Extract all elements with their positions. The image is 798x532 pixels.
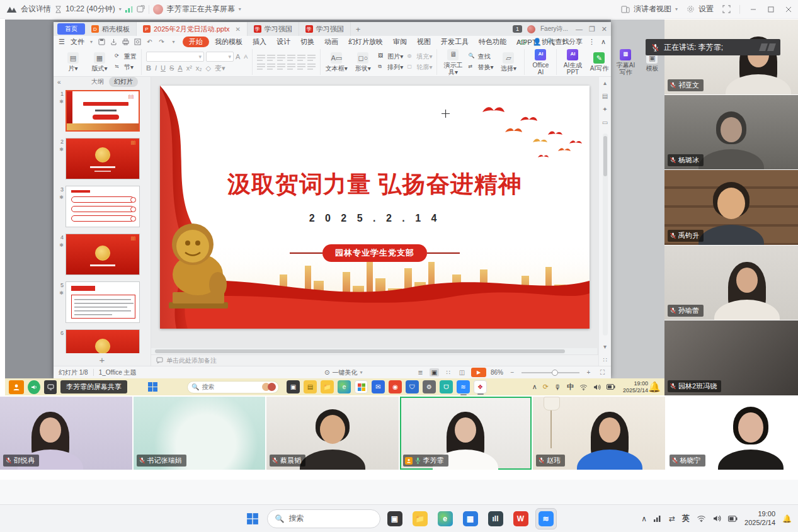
- video-tile[interactable]: 祁亚文: [664, 20, 798, 94]
- reading-view-icon[interactable]: ◫: [457, 368, 467, 376]
- video-tile[interactable]: 书记张瑞娟: [134, 397, 266, 470]
- weibo-icon[interactable]: ◉: [389, 380, 402, 393]
- zoom-slider-knob[interactable]: [552, 370, 558, 376]
- volume-icon[interactable]: [593, 384, 601, 390]
- file-explorer-icon[interactable]: 📁: [409, 508, 431, 529]
- font-family-select[interactable]: ▾: [146, 52, 204, 62]
- notes-bar[interactable]: 单击此处添加备注: [151, 354, 598, 366]
- layout-button[interactable]: ▦版式▾: [88, 52, 111, 72]
- close-tab-icon[interactable]: ✕: [235, 26, 240, 33]
- replace-button[interactable]: ⇄替换▾: [468, 63, 493, 72]
- slide-badge[interactable]: 园林专业学生党支部: [322, 244, 427, 262]
- meeting-detail-link[interactable]: 会议详情: [21, 4, 51, 14]
- subscript-icon[interactable]: x₂: [196, 64, 202, 72]
- grow-font-icon[interactable]: A: [236, 53, 240, 60]
- slide-title[interactable]: 汲取贺词力量 弘扬奋进精神: [160, 169, 590, 200]
- ribbon-tab-templates[interactable]: 我的模板: [210, 37, 247, 47]
- properties-icon[interactable]: ▤: [602, 93, 608, 99]
- photos-icon[interactable]: ❖: [474, 380, 487, 393]
- ribbon-tab-developer[interactable]: 开发工具: [436, 37, 473, 47]
- shared-clock[interactable]: 19:002025/2/14: [623, 380, 648, 394]
- beautify-button[interactable]: ⊙ 一键美化▾: [324, 368, 362, 377]
- ribbon-tab-transition[interactable]: 切换: [296, 37, 319, 47]
- theme-name[interactable]: 1_Office 主题: [99, 368, 137, 377]
- start-button[interactable]: [242, 508, 263, 529]
- align-right-icon[interactable]: [277, 63, 285, 70]
- meeting-timer[interactable]: 10:22 (40分钟): [66, 4, 115, 14]
- microsoft-store-icon[interactable]: [355, 380, 368, 393]
- ime-indicator[interactable]: 英: [682, 513, 690, 524]
- sync-icon[interactable]: ⟳: [543, 383, 549, 391]
- wps-account-avatar[interactable]: [527, 25, 535, 33]
- ribbon-tab-features[interactable]: 特色功能: [474, 37, 511, 47]
- edge-icon[interactable]: e: [435, 508, 456, 529]
- sorter-view-icon[interactable]: ∷: [443, 368, 453, 376]
- tab-docer[interactable]: D 稻壳模板: [85, 22, 137, 36]
- editing-canvas[interactable]: 汲取贺词力量 弘扬奋进精神 2 0 2 5 . 2 . 1 4 园林专业学生党支…: [151, 77, 598, 348]
- notification-bell-icon[interactable]: 🔔: [648, 381, 661, 393]
- video-tile[interactable]: 赵玮: [533, 397, 665, 470]
- assistant-icon[interactable]: ᗜ: [440, 380, 453, 393]
- collaborate-button[interactable]: 👤协作: [533, 37, 556, 47]
- file-explorer-icon[interactable]: 📁: [321, 380, 334, 393]
- text-effect-button[interactable]: 变▾: [215, 64, 225, 73]
- material-icon[interactable]: ✦: [602, 106, 607, 113]
- zoom-out-icon[interactable]: −: [508, 368, 517, 376]
- ribbon-tab-review[interactable]: 审阅: [389, 37, 411, 47]
- outline-tab[interactable]: 大纲: [91, 77, 104, 86]
- zoom-level[interactable]: 86%: [491, 369, 503, 376]
- settings-gear-icon[interactable]: ⚙: [423, 380, 436, 393]
- zoom-slider[interactable]: [522, 372, 579, 373]
- ime-indicator[interactable]: 中: [567, 382, 574, 392]
- maximize-button[interactable]: [767, 5, 775, 14]
- slide-thumbnail-1[interactable]: 1✱ ᥥᥥ: [55, 90, 147, 132]
- media-app-icon[interactable]: ıIl: [485, 508, 506, 529]
- tab-study-2[interactable]: 学 学习强国: [299, 22, 351, 36]
- picture-button[interactable]: 🖼图片▾: [378, 52, 403, 61]
- cellular-bars-icon[interactable]: [654, 515, 662, 522]
- tencent-meeting-icon[interactable]: ≋: [457, 380, 470, 393]
- indent-right-icon[interactable]: [287, 54, 295, 61]
- slides-tab[interactable]: 幻灯片: [109, 77, 138, 87]
- fit-slide-icon[interactable]: ⛶: [598, 368, 607, 376]
- settings-button[interactable]: 设置: [687, 4, 714, 14]
- wps-minimize-button[interactable]: —: [576, 25, 583, 33]
- tab-home[interactable]: 首页: [57, 23, 85, 35]
- save-icon[interactable]: [98, 38, 106, 46]
- normal-view-icon[interactable]: ▣: [430, 368, 439, 376]
- collapse-ribbon-icon[interactable]: ∧: [601, 38, 606, 46]
- share-button[interactable]: ⇪ 分享: [561, 37, 583, 47]
- select-button[interactable]: ▱选择▾: [497, 52, 520, 72]
- section-button[interactable]: ≒节▾: [115, 63, 137, 72]
- tray-expand-icon[interactable]: ∧: [641, 514, 647, 523]
- wps-icon[interactable]: W: [510, 508, 532, 529]
- close-button[interactable]: [784, 5, 793, 14]
- docs-icon[interactable]: ▤: [304, 380, 317, 393]
- shared-start-button[interactable]: [147, 382, 158, 392]
- text-direction-icon[interactable]: [307, 54, 316, 61]
- ribbon-tab-design[interactable]: 设计: [272, 37, 295, 47]
- tencent-meeting-icon[interactable]: ≋: [535, 508, 557, 529]
- fullscreen-icon[interactable]: [722, 5, 731, 13]
- slide-thumbnail-4[interactable]: 4✱ ᥥᥥ: [55, 234, 147, 275]
- columns-icon[interactable]: [297, 63, 305, 70]
- switch-icon[interactable]: ⇄: [669, 514, 675, 523]
- video-tile[interactable]: 孙瑜蕾: [664, 246, 798, 320]
- minimize-button[interactable]: [749, 5, 758, 14]
- reset-button[interactable]: ⟳重置: [115, 52, 137, 61]
- bullets-icon[interactable]: [257, 54, 265, 61]
- video-tile[interactable]: 邵悦冉: [0, 397, 132, 470]
- timer-caret-icon[interactable]: ▾: [119, 6, 122, 12]
- wps-close-button[interactable]: ✕: [601, 25, 607, 33]
- video-tile[interactable]: 杨璐冰: [664, 95, 798, 170]
- tab-count-badge[interactable]: 1: [513, 25, 522, 33]
- wps-account-name[interactable]: Faery诗...: [540, 25, 568, 33]
- volume-icon[interactable]: [713, 515, 721, 522]
- presentation-tools-button[interactable]: 🖥演示工具▾: [442, 49, 464, 76]
- video-tile[interactable]: 杨晓宁: [666, 397, 798, 470]
- horizontal-scrollbar[interactable]: [151, 348, 597, 354]
- sharing-status[interactable]: 李芳霏正在共享屏幕: [167, 4, 235, 14]
- shrink-font-icon[interactable]: A: [244, 54, 248, 60]
- superscript-icon[interactable]: x²: [186, 64, 192, 72]
- tray-expand-icon[interactable]: ∧: [532, 383, 537, 391]
